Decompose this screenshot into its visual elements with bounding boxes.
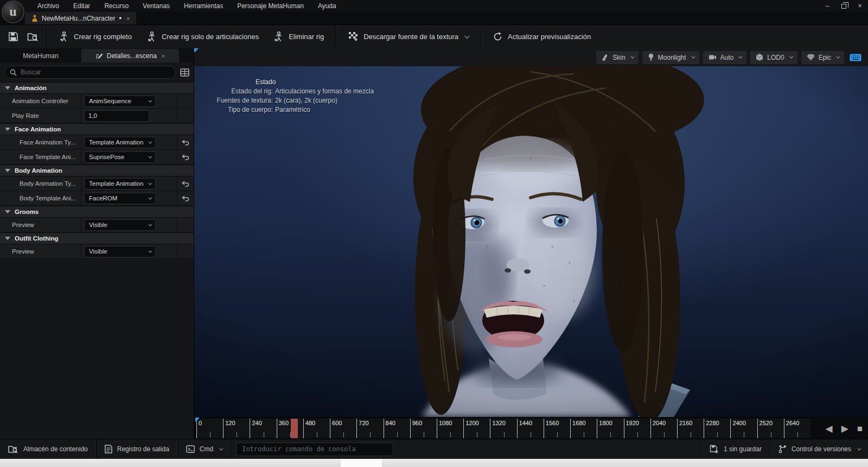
animation-timeline[interactable]: 0120240360480600720840960108012001320144…	[194, 417, 868, 439]
body-animation-type-dropdown[interactable]: Template Animation	[84, 178, 156, 190]
create-full-rig-button[interactable]: Crear rig completo	[52, 28, 139, 46]
timeline-tick[interactable]: 600	[330, 419, 356, 438]
cmd-dropdown[interactable]: Cmd	[178, 439, 231, 459]
timeline-tick[interactable]: 1560	[544, 419, 570, 438]
timeline-tick[interactable]: 2520	[757, 419, 784, 438]
face-template-anim-dropdown[interactable]: SuprisePose	[84, 152, 156, 163]
outfit-preview-dropdown[interactable]: Visible	[84, 246, 156, 257]
menu-archivo[interactable]: Archivo	[30, 0, 66, 12]
reset-to-default-icon[interactable]	[182, 154, 189, 160]
asset-tab-close-icon[interactable]: ×	[126, 15, 130, 22]
timeline-tick[interactable]: 0	[196, 419, 223, 438]
version-control-button[interactable]: Control de versiones	[770, 439, 868, 459]
timeline-minor-tick	[771, 432, 771, 437]
output-log-button[interactable]: Registro de salida	[97, 439, 178, 459]
menu-recurso[interactable]: Recurso	[97, 0, 136, 12]
play-forward-button[interactable]: ▶	[841, 424, 848, 433]
search-input[interactable]	[21, 68, 170, 76]
timeline-ruler[interactable]: 0120240360480600720840960108012001320144…	[196, 419, 810, 438]
chevron-down-icon	[630, 55, 634, 59]
reset-to-default-icon[interactable]	[182, 195, 189, 201]
timeline-minor-tick	[637, 432, 638, 437]
timeline-tick[interactable]: 720	[356, 419, 383, 438]
section-body-animation[interactable]: Body Animation	[0, 165, 194, 176]
console-command-input[interactable]	[236, 443, 393, 456]
reset-to-default-icon[interactable]	[182, 140, 189, 146]
tab-details[interactable]: Detalles...escena ×	[81, 49, 179, 62]
timeline-tick[interactable]: 960	[410, 419, 437, 438]
skin-dropdown[interactable]: Skin	[596, 51, 638, 64]
timeline-tick[interactable]: 2640	[784, 419, 810, 438]
menu-ayuda[interactable]: Ayuda	[311, 0, 343, 12]
view-options-grid-icon[interactable]	[180, 68, 189, 77]
timeline-tick[interactable]: 1680	[570, 419, 597, 438]
taskbar-item	[341, 459, 382, 467]
menu-personaje-metahuman[interactable]: Personaje MetaHuman	[230, 0, 311, 12]
overlay-value: 2k (cara), 2k (cuerpo)	[275, 96, 374, 105]
timeline-tick[interactable]: 360	[277, 419, 303, 438]
camera-dropdown[interactable]: Auto	[703, 51, 747, 64]
tab-metahuman[interactable]: MetaHuman	[0, 49, 81, 62]
asset-tab[interactable]: NewMetaHu...nCharacter • ×	[25, 12, 136, 24]
timeline-tick[interactable]: 2040	[650, 419, 677, 438]
browse-to-asset-button[interactable]	[23, 28, 42, 46]
timeline-tick[interactable]: 480	[303, 419, 330, 438]
quality-dropdown[interactable]: Epic	[801, 51, 844, 64]
property-row-grooms-preview: Preview Visible	[0, 218, 194, 232]
timeline-playhead[interactable]	[291, 419, 298, 438]
grooms-preview-dropdown[interactable]: Visible	[84, 219, 156, 231]
stop-button[interactable]: ■	[857, 424, 863, 433]
lod-cube-icon	[756, 53, 763, 61]
timeline-tick[interactable]: 1800	[597, 419, 623, 438]
overlay-label: Estado del rig:	[209, 87, 273, 96]
lod-dropdown[interactable]: LOD0	[750, 51, 797, 64]
remove-rig-button[interactable]: Eliminar rig	[266, 28, 331, 46]
unsaved-changes-button[interactable]: 1 sin guardar	[701, 439, 770, 459]
timeline-tick[interactable]: 840	[384, 419, 410, 438]
play-rate-field[interactable]	[84, 110, 149, 122]
play-reverse-button[interactable]: ◀	[826, 424, 833, 433]
close-button[interactable]: ×	[852, 0, 868, 12]
download-texture-source-button[interactable]: Descargar fuente de la textura	[341, 28, 476, 46]
chevron-down-icon	[464, 33, 470, 39]
menu-editar[interactable]: Editar	[66, 0, 97, 12]
property-row-body-template-anim: Body Template Ani... FaceROM	[0, 191, 194, 206]
search-box[interactable]	[4, 66, 176, 79]
viewport-3d[interactable]: Estado Estado del rig: Articulaciones y …	[194, 66, 868, 417]
menu-ventanas[interactable]: Ventanas	[136, 0, 177, 12]
minimize-button[interactable]: –	[819, 0, 835, 12]
lighting-dropdown[interactable]: Moonlight	[642, 51, 699, 64]
timeline-start-marker[interactable]	[195, 418, 200, 422]
save-button[interactable]	[3, 28, 23, 46]
timeline-tick[interactable]: 2400	[730, 419, 757, 438]
collapse-triangle-icon	[5, 86, 10, 90]
timeline-tick[interactable]: 1200	[463, 419, 490, 438]
create-joints-rig-button[interactable]: Crear rig solo de articulaciones	[139, 28, 266, 46]
animation-controller-dropdown[interactable]: AnimSequence	[84, 96, 156, 107]
refresh-preview-button[interactable]: Actualizar previsualización	[485, 28, 598, 46]
reset-to-default-icon[interactable]	[182, 181, 189, 187]
section-face-animation[interactable]: Face Animation	[0, 123, 194, 135]
tab-close-icon[interactable]: ×	[162, 53, 165, 59]
section-grooms[interactable]: Grooms	[0, 206, 194, 218]
keyboard-shortcuts-button[interactable]	[848, 51, 863, 64]
timeline-tick[interactable]: 1080	[437, 419, 463, 438]
timeline-tick[interactable]: 1440	[517, 419, 544, 438]
body-template-anim-dropdown[interactable]: FaceROM	[84, 193, 156, 204]
timeline-tick[interactable]: 1320	[490, 419, 516, 438]
restore-button[interactable]	[835, 0, 852, 12]
play-rate-input[interactable]	[88, 112, 149, 119]
timeline-tick[interactable]: 1920	[624, 419, 650, 438]
menu-herramientas[interactable]: Herramientas	[177, 0, 230, 12]
remove-rig-person-icon	[274, 31, 284, 42]
timeline-tick-label: 1320	[492, 420, 505, 426]
timeline-minor-tick	[557, 432, 558, 437]
timeline-tick[interactable]: 2160	[677, 419, 704, 438]
section-animacion[interactable]: Animación	[0, 82, 194, 94]
face-animation-type-dropdown[interactable]: Template Animation	[84, 137, 156, 148]
timeline-tick[interactable]: 120	[223, 419, 250, 438]
timeline-tick[interactable]: 240	[250, 419, 276, 438]
section-outfit-clothing[interactable]: Outfit Clothing	[0, 232, 194, 244]
content-drawer-button[interactable]: Almacén de contenido	[0, 439, 97, 459]
timeline-tick[interactable]: 2280	[704, 419, 730, 438]
